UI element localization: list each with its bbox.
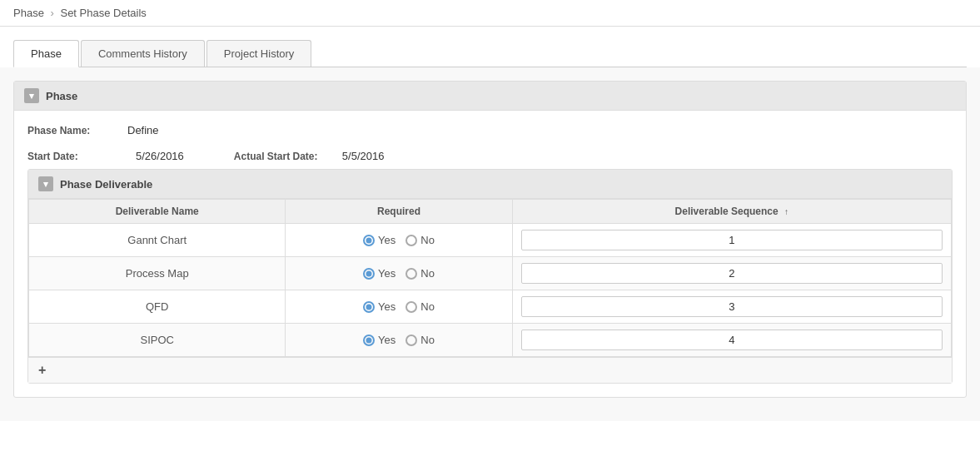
radio-group: Yes No [294, 334, 503, 346]
phase-name-label: Phase Name: [27, 125, 127, 136]
radio-yes-option[interactable]: Yes [363, 300, 395, 313]
deliverable-collapse-icon[interactable]: ▾ [38, 176, 53, 191]
radio-yes-circle[interactable] [363, 235, 375, 246]
radio-no-circle[interactable] [405, 335, 417, 346]
sequence-input[interactable] [521, 330, 943, 350]
radio-no-option[interactable]: No [405, 234, 435, 246]
col-header-name: Deliverable Name [29, 200, 286, 224]
radio-no-option[interactable]: No [405, 300, 435, 313]
deliverable-name-cell: SIPOC [29, 324, 286, 357]
deliverable-sequence-cell [512, 257, 951, 290]
deliverable-section-title: Phase Deliverable [60, 178, 152, 191]
radio-yes-label: Yes [378, 334, 395, 346]
phase-section-title: Phase [46, 90, 77, 102]
deliverable-sequence-cell [512, 324, 951, 357]
deliverable-name-cell: QFD [29, 290, 286, 324]
phase-name-row: Phase Name: Define [27, 124, 953, 136]
breadcrumb: Phase › Set Phase Details [0, 0, 980, 27]
radio-no-label: No [420, 334, 435, 346]
deliverable-section-header: ▾ Phase Deliverable [28, 170, 952, 199]
table-row: Process Map Yes No [29, 257, 952, 290]
radio-yes-label: Yes [378, 267, 395, 280]
deliverable-required-cell: Yes No [286, 257, 512, 290]
deliverable-required-cell: Yes No [286, 324, 512, 357]
col-header-sequence: Deliverable Sequence ↑ [512, 200, 951, 224]
deliverable-sequence-cell [512, 224, 951, 257]
deliverable-required-cell: Yes No [286, 224, 512, 257]
phase-name-value: Define [127, 124, 159, 136]
breadcrumb-separator: › [51, 7, 54, 19]
radio-no-circle[interactable] [405, 301, 417, 313]
sort-icon[interactable]: ↑ [784, 207, 788, 216]
actual-start-date-label: Actual Start Date: [234, 151, 334, 162]
deliverable-sequence-cell [512, 290, 951, 324]
table-row: Gannt Chart Yes No [29, 224, 952, 257]
start-date-label: Start Date: [27, 151, 127, 162]
radio-yes-circle[interactable] [363, 268, 375, 280]
radio-no-option[interactable]: No [405, 334, 435, 346]
page-wrapper: Phase › Set Phase Details Phase Comments… [0, 0, 980, 451]
tab-project-history[interactable]: Project History [206, 40, 312, 67]
radio-no-label: No [420, 234, 435, 246]
col-header-required: Required [286, 200, 512, 224]
table-header-row: Deliverable Name Required Deliverable Se… [29, 200, 952, 224]
radio-yes-option[interactable]: Yes [363, 234, 395, 246]
phase-section-header: ▾ Phase [14, 82, 966, 111]
tabs-container: Phase Comments History Project History [0, 27, 980, 67]
deliverable-table: Deliverable Name Required Deliverable Se… [28, 199, 952, 357]
table-row: QFD Yes No [29, 290, 952, 324]
radio-no-label: No [420, 267, 435, 280]
radio-no-option[interactable]: No [405, 267, 435, 280]
radio-yes-option[interactable]: Yes [363, 267, 395, 280]
radio-no-label: No [420, 300, 435, 313]
deliverable-sub-section: ▾ Phase Deliverable Deliverable Name Req… [27, 169, 953, 384]
radio-yes-circle[interactable] [363, 335, 375, 346]
table-row: SIPOC Yes No [29, 324, 952, 357]
breadcrumb-current: Set Phase Details [60, 7, 146, 19]
tab-phase[interactable]: Phase [13, 40, 79, 67]
start-date-value: 5/26/2016 [136, 150, 184, 162]
dates-row: Start Date: 5/26/2016 Actual Start Date:… [27, 150, 953, 162]
breadcrumb-root[interactable]: Phase [13, 7, 44, 19]
phase-collapse-icon[interactable]: ▾ [24, 88, 39, 103]
radio-no-circle[interactable] [405, 268, 417, 280]
deliverable-name-cell: Gannt Chart [29, 224, 286, 257]
deliverable-required-cell: Yes No [286, 290, 512, 324]
radio-yes-circle[interactable] [363, 301, 375, 313]
start-date-pair: Start Date: 5/26/2016 [27, 150, 184, 162]
radio-group: Yes No [294, 300, 503, 313]
actual-start-date-value: 5/5/2016 [342, 150, 385, 162]
sequence-input[interactable] [521, 263, 943, 284]
actual-start-date-pair: Actual Start Date: 5/5/2016 [234, 150, 385, 162]
radio-yes-label: Yes [378, 234, 395, 246]
content-area: ▾ Phase Phase Name: Define Start Date: 5… [0, 67, 980, 421]
tab-comments-history[interactable]: Comments History [81, 40, 205, 67]
radio-yes-option[interactable]: Yes [363, 334, 395, 346]
sequence-input[interactable] [521, 230, 943, 250]
deliverable-name-cell: Process Map [29, 257, 286, 290]
phase-section-body: Phase Name: Define Start Date: 5/26/2016… [14, 111, 966, 397]
radio-no-circle[interactable] [405, 235, 417, 246]
radio-group: Yes No [294, 234, 503, 246]
sequence-input[interactable] [521, 296, 943, 317]
tabs: Phase Comments History Project History [13, 40, 967, 67]
phase-section-panel: ▾ Phase Phase Name: Define Start Date: 5… [13, 81, 967, 398]
radio-group: Yes No [294, 267, 503, 280]
add-deliverable-button[interactable]: + [28, 357, 952, 383]
radio-yes-label: Yes [378, 300, 395, 313]
